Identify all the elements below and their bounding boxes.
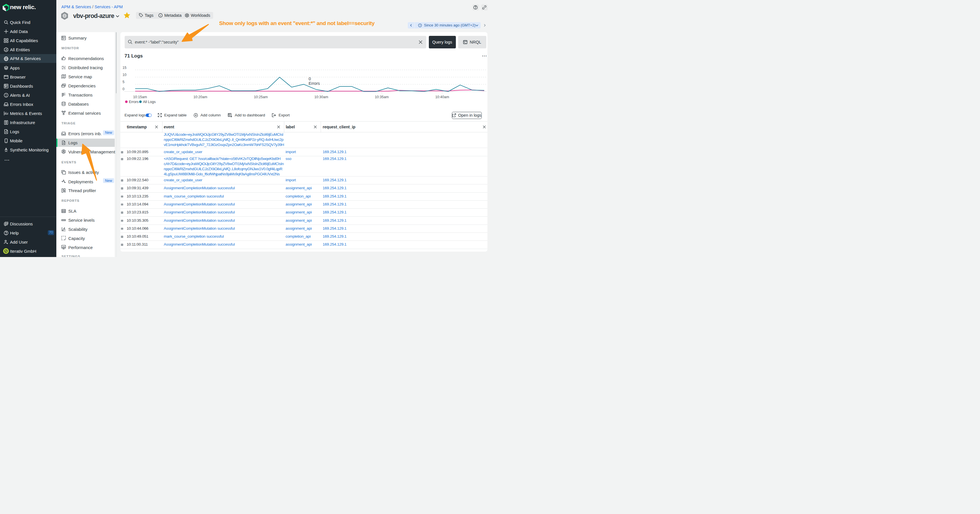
- svg-text:All Logs: All Logs: [143, 100, 156, 104]
- svg-text:10:15am: 10:15am: [133, 95, 147, 99]
- svg-text:15: 15: [123, 66, 127, 70]
- svg-text:10:35am: 10:35am: [375, 95, 389, 99]
- svg-text:0: 0: [309, 76, 311, 81]
- svg-text:0: 0: [123, 87, 125, 91]
- svg-text:5: 5: [123, 80, 125, 84]
- svg-text:10:40am: 10:40am: [435, 95, 449, 99]
- svg-text:Errors: Errors: [309, 81, 320, 86]
- svg-text:Errors: Errors: [129, 100, 138, 104]
- svg-text:10:20am: 10:20am: [194, 95, 207, 99]
- svg-text:10: 10: [123, 73, 127, 77]
- svg-text:10:30am: 10:30am: [315, 95, 328, 99]
- svg-text:10:25am: 10:25am: [254, 95, 268, 99]
